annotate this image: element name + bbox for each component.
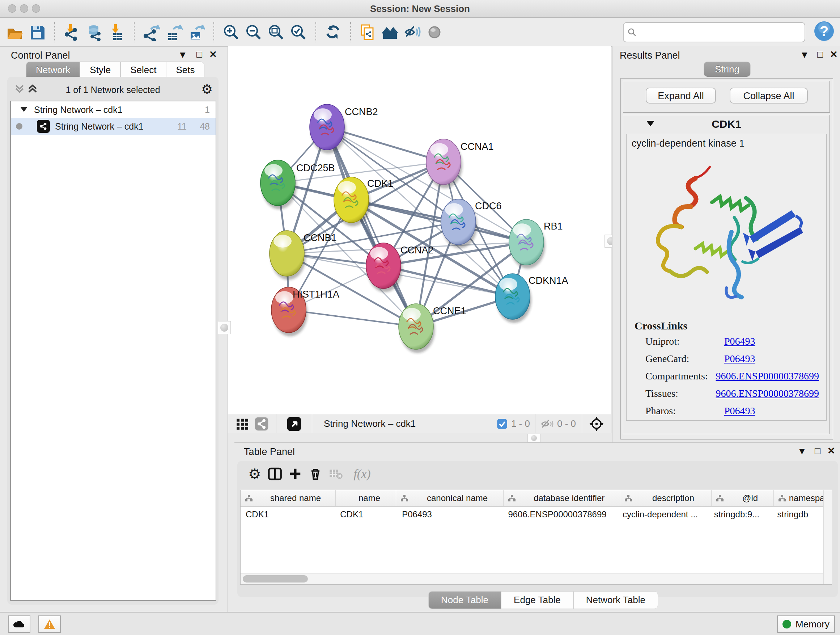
hide-selected-button[interactable]: [401, 21, 424, 43]
selected-checkbox-icon[interactable]: [497, 418, 508, 429]
import-network-database-button[interactable]: [83, 21, 106, 43]
control-panel-menu-icon[interactable]: ▼: [178, 49, 187, 60]
string-app-button[interactable]: [357, 21, 379, 43]
column-header-name[interactable]: name: [336, 490, 396, 506]
table-panel-float-icon[interactable]: □: [815, 445, 821, 456]
search-input[interactable]: [640, 27, 805, 38]
result-node-name[interactable]: CDK1: [623, 118, 829, 130]
add-column-icon[interactable]: [285, 464, 305, 484]
show-all-button[interactable]: [424, 21, 447, 43]
title-bar: Session: New Session: [0, 0, 840, 18]
left-splitter-handle[interactable]: [218, 321, 231, 334]
results-panel-title: Results Panel: [620, 50, 680, 61]
tab-string[interactable]: String: [704, 62, 751, 77]
control-panel-float-icon[interactable]: □: [196, 49, 202, 60]
network-thumbnail-view-icon[interactable]: [254, 417, 269, 431]
birdseye-view-icon[interactable]: [286, 416, 302, 432]
warnings-button[interactable]: [38, 616, 61, 633]
zoom-fit-button[interactable]: [265, 21, 287, 43]
horizontal-scrollbar-thumb[interactable]: [243, 575, 308, 583]
node-CCNB2[interactable]: CCNB2: [309, 104, 378, 154]
zoom-selected-button[interactable]: [287, 21, 309, 43]
help-button[interactable]: ?: [813, 20, 835, 42]
edge-CCNB2-CCNE1[interactable]: [327, 127, 416, 326]
control-panel-close-icon[interactable]: ✕: [209, 49, 217, 60]
network-canvas[interactable]: CCNB2CCNA1CDC25BCDK1CDC6RB1CCNB1CCNA2CDK…: [228, 46, 611, 414]
results-panel-menu-icon[interactable]: ▼: [800, 49, 809, 60]
refresh-network-button[interactable]: [322, 21, 344, 43]
pan-crosshair-icon[interactable]: [589, 416, 605, 432]
crosslink-label: GeneCard:: [645, 353, 724, 364]
export-network-button[interactable]: [141, 21, 163, 43]
crosslink-link[interactable]: P06493: [724, 336, 755, 347]
column-header-shared-name[interactable]: shared name: [240, 490, 336, 506]
search-field[interactable]: [623, 22, 805, 42]
collapse-all-button[interactable]: Collapse All: [729, 88, 808, 103]
tab-select[interactable]: Select: [120, 62, 166, 78]
zoom-fit-icon: [267, 24, 285, 41]
cloud-button[interactable]: [8, 616, 30, 633]
node-CCNE1[interactable]: CCNE1: [399, 304, 466, 353]
cell-name[interactable]: CDK1: [335, 507, 397, 523]
cell-database-identifier[interactable]: 9606.ENSP00000378699: [503, 507, 617, 523]
network-row[interactable]: String Network – cdk1 11 48: [11, 118, 216, 135]
network-options-gear-icon[interactable]: ⚙: [201, 82, 213, 97]
network-overview-button[interactable]: [379, 21, 401, 43]
tree-expander-icon[interactable]: [19, 105, 28, 113]
results-panel-close-icon[interactable]: ✕: [830, 49, 838, 60]
cell-canonical-name[interactable]: P06493: [397, 507, 503, 523]
node-CDKN1A[interactable]: CDKN1A: [495, 274, 568, 323]
node-table[interactable]: shared namenamecanonical namedatabase id…: [240, 490, 832, 585]
network-collection-row[interactable]: String Network – cdk1 1: [11, 101, 216, 118]
crosslink-link[interactable]: P06493: [724, 405, 755, 417]
tab-network-table[interactable]: Network Table: [573, 591, 658, 609]
node-CDC6[interactable]: CDC6: [441, 199, 502, 249]
delete-column-icon[interactable]: [305, 464, 325, 484]
tab-network[interactable]: Network: [26, 62, 80, 78]
node-CCNB1[interactable]: CCNB1: [270, 231, 337, 280]
table-row[interactable]: CDK1CDK1P064939606.ENSP00000378699cyclin…: [240, 507, 832, 523]
tab-node-table[interactable]: Node Table: [428, 591, 501, 609]
horizontal-scrollbar[interactable]: [240, 573, 823, 584]
edge-HIST1H1A-CCNE1[interactable]: [289, 310, 416, 326]
import-network-file-button[interactable]: [61, 21, 83, 43]
cell-shared-name[interactable]: CDK1: [240, 507, 335, 523]
cell-namespace[interactable]: stringdb: [772, 507, 832, 523]
import-table-file-button[interactable]: [106, 21, 128, 43]
cell-description[interactable]: cyclin-dependent ...: [617, 507, 709, 523]
crosslink-link[interactable]: P06493: [724, 353, 755, 364]
results-panel-float-icon[interactable]: □: [817, 49, 823, 60]
grid-view-icon[interactable]: [235, 417, 249, 431]
table-panel-menu-icon[interactable]: ▼: [797, 446, 807, 456]
cell-id[interactable]: stringdb:9...: [709, 507, 772, 523]
column-header-namespace[interactable]: namespace: [774, 490, 832, 506]
crosslink-link[interactable]: 9606.ENSP00000378699: [716, 371, 819, 382]
vertical-scrollbar[interactable]: [823, 490, 832, 584]
expand-all-button[interactable]: Expand All: [646, 88, 716, 103]
table-settings-gear-icon[interactable]: ⚙: [245, 464, 265, 484]
node-CCNA1[interactable]: CCNA1: [426, 139, 494, 188]
table-panel-close-icon[interactable]: ✕: [827, 445, 835, 456]
column-header-id[interactable]: @id: [712, 490, 774, 506]
tab-edge-table[interactable]: Edge Table: [501, 591, 573, 609]
column-header-database-identifier[interactable]: database identifier: [504, 490, 620, 506]
node-CDC25B[interactable]: CDC25B: [261, 160, 335, 209]
tab-sets[interactable]: Sets: [166, 62, 204, 78]
open-file-button[interactable]: [4, 21, 26, 43]
show-columns-icon[interactable]: [265, 464, 285, 484]
column-header-canonical-name[interactable]: canonical name: [396, 490, 504, 506]
node-RB1[interactable]: RB1: [509, 219, 563, 269]
toolbar-separator: [350, 22, 351, 42]
export-table-button[interactable]: [163, 21, 185, 43]
node-HIST1H1A[interactable]: HIST1H1A: [271, 287, 339, 336]
bottom-splitter-handle[interactable]: [527, 434, 540, 442]
tab-style[interactable]: Style: [80, 62, 120, 78]
memory-button[interactable]: Memory: [777, 616, 835, 633]
crosslink-link[interactable]: 9606.ENSP00000378699: [716, 388, 819, 399]
save-session-button[interactable]: [26, 21, 49, 43]
zoom-in-button[interactable]: [220, 21, 242, 43]
column-header-description[interactable]: description: [620, 490, 712, 506]
export-image-button[interactable]: [185, 21, 208, 43]
zoom-out-button[interactable]: [242, 21, 265, 43]
hidden-items-icon[interactable]: [540, 418, 554, 429]
